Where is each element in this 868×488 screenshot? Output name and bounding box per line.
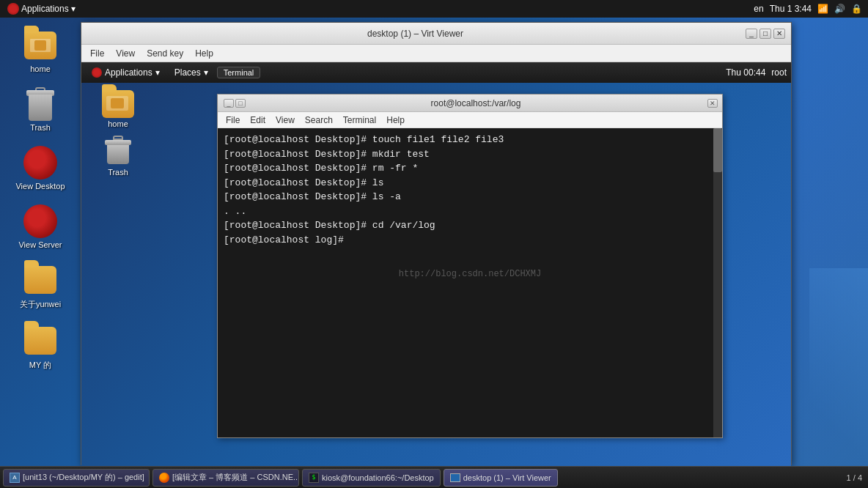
term-line-5: . .. [224, 204, 716, 219]
gnome-places-label: Places [174, 67, 201, 78]
monitor-taskbar-icon [450, 473, 460, 482]
system-lang: en [754, 4, 763, 14]
desktop-icon-view-server[interactable]: View Server [7, 201, 73, 252]
taskbar-item-firefox[interactable]: [编辑文章 – 博客频道 – CSDN.NE... [152, 469, 299, 487]
term-line-7: [root@localhost log]# [224, 233, 716, 248]
gnome-apps-button[interactable]: Applications ▾ [86, 66, 166, 79]
term-menu-help[interactable]: Help [381, 114, 410, 126]
desktop-icon-trash-label: Trash [30, 123, 51, 132]
virt-menu-sendkey[interactable]: Send key [141, 47, 189, 60]
taskbar-firefox-label: [编辑文章 – 博客频道 – CSDN.NE... [172, 472, 299, 483]
trash-body [29, 95, 52, 121]
system-bar-left: Applications ▾ [0, 1, 80, 16]
terminal-content[interactable]: [root@localhost Desktop]# touch file1 fi… [218, 128, 722, 437]
gnome-places-button[interactable]: Places ▾ [169, 66, 214, 79]
redhat-icon [7, 3, 19, 15]
virt-viewer-window: desktop (1) – Virt Viewer _ □ ✕ File Vie… [81, 22, 792, 465]
taskbar-virtviewer-label: desktop (1) – Virt Viewer [463, 473, 551, 482]
firefox-icon [159, 473, 169, 483]
terminal-minimize-button[interactable]: _ [224, 99, 234, 108]
chevron-down-icon: ▾ [71, 4, 76, 14]
yunwei-folder-icon [23, 262, 58, 297]
terminal-titlebar: _ □ root@localhost:/var/log ✕ [218, 95, 722, 112]
gnome-terminal-label: Terminal [224, 68, 254, 77]
virt-menu-help[interactable]: Help [189, 47, 219, 60]
virt-maximize-button[interactable]: □ [760, 29, 771, 39]
term-menu-file[interactable]: File [221, 114, 245, 126]
view-desktop-icon [23, 145, 58, 180]
system-bar-right: en Thu 1 3:44 📶 🔊 🔒 [754, 4, 868, 14]
trash-icon [23, 86, 58, 122]
desktop-icon-view-desktop[interactable]: View Desktop [7, 142, 73, 193]
virt-menu-file[interactable]: File [84, 47, 110, 60]
virt-menubar: File View Send key Help [81, 45, 791, 62]
term-line-3: [root@localhost Desktop]# ls [224, 176, 716, 191]
system-bar: Applications ▾ en Thu 1 3:44 📶 🔊 🔒 [0, 0, 868, 18]
virt-desktop-icon-area: home Trash [81, 83, 213, 184]
virt-menu-view[interactable]: View [110, 47, 141, 60]
desktop: Applications ▾ en Thu 1 3:44 📶 🔊 🔒 [0, 0, 868, 488]
virt-minimize-button[interactable]: _ [746, 29, 757, 39]
gnome-panel: Applications ▾ Places ▾ Terminal Thu 00:… [81, 62, 791, 83]
virt-home-label: home [108, 119, 128, 128]
taskbar-item-virtviewer[interactable]: desktop (1) – Virt Viewer [444, 469, 558, 487]
system-time: Thu 1 3:44 [770, 4, 812, 14]
terminal-title: root@localhost:/var/log [246, 98, 706, 108]
taskbar-item-gedit[interactable]: A [unit13 (~/Desktop/MY 的) – gedit] [3, 469, 150, 487]
home-folder-icon [23, 28, 58, 63]
term-line-0: [root@localhost Desktop]# touch file1 fi… [224, 133, 716, 147]
gnome-apps-label: Applications [105, 67, 152, 78]
term-menu-search[interactable]: Search [300, 114, 338, 126]
virt-home-icon[interactable]: home [89, 90, 147, 128]
term-line-4: [root@localhost Desktop]# ls -a [224, 190, 716, 204]
virt-window-title: desktop (1) – Virt Viewer [87, 29, 743, 39]
lock-icon: 🔒 [851, 4, 862, 14]
desktop-icon-my[interactable]: MY 的 [7, 320, 73, 374]
system-apps-label: Applications [21, 4, 69, 14]
chevron-icon: ▾ [155, 67, 160, 78]
taskbar: A [unit13 (~/Desktop/MY 的) – gedit] [编辑文… [0, 466, 868, 488]
desktop-icon-trash[interactable]: Trash [7, 84, 73, 135]
desktop-sidebar: home Trash View Desktop [0, 18, 81, 466]
term-line-6: [root@localhost Desktop]# cd /var/log [224, 218, 716, 233]
gnome-time: Thu 00:44 [726, 67, 765, 78]
terminal-window: _ □ root@localhost:/var/log ✕ File Edit … [217, 94, 723, 438]
virt-trash-icon[interactable]: Trash [89, 136, 147, 177]
terminal-close-button[interactable]: ✕ [707, 99, 718, 108]
virt-trash-label: Trash [108, 168, 128, 177]
gnome-terminal-button[interactable]: Terminal [217, 67, 261, 78]
taskbar-item-terminal[interactable]: $ kiosk@foundation66:~/Desktop [302, 469, 441, 487]
taskbar-gedit-label: [unit13 (~/Desktop/MY 的) – gedit] [23, 472, 144, 483]
gedit-icon: A [10, 473, 20, 483]
taskbar-page-info: 1 / 4 [847, 473, 862, 482]
my-folder-icon [23, 323, 58, 358]
desktop-icon-yunwei[interactable]: 关于yunwei [7, 259, 73, 313]
virt-desktop-area: home Trash _ □ root@loc [81, 83, 791, 466]
desktop-icon-my-label: MY 的 [29, 360, 51, 371]
virt-close-button[interactable]: ✕ [773, 29, 785, 39]
desktop-icon-view-desktop-label: View Desktop [15, 182, 65, 191]
redhat-desktop-icon [23, 146, 57, 180]
desktop-icon-view-server-label: View Server [18, 240, 62, 249]
term-menu-edit[interactable]: Edit [245, 114, 271, 126]
terminal-restore-button[interactable]: □ [235, 99, 246, 108]
term-menu-view[interactable]: View [271, 114, 300, 126]
virt-titlebar: desktop (1) – Virt Viewer _ □ ✕ [81, 23, 791, 45]
terminal-menubar: File Edit View Search Terminal Help [218, 112, 722, 128]
chevron-places-icon: ▾ [204, 67, 208, 78]
corner-decoration-2 [809, 268, 868, 488]
terminal-scrollbar[interactable] [713, 128, 722, 437]
term-line-1: [root@localhost Desktop]# mkdir test [224, 147, 716, 162]
gnome-redhat-icon [92, 67, 102, 78]
view-server-icon [23, 204, 58, 239]
wifi-icon: 📶 [817, 4, 828, 14]
term-line-2: [root@localhost Desktop]# rm -fr * [224, 161, 716, 176]
desktop-icon-home[interactable]: home [7, 25, 73, 76]
system-apps-button[interactable]: Applications ▾ [3, 1, 80, 16]
term-menu-terminal[interactable]: Terminal [338, 114, 381, 126]
terminal-watermark: http://blog.csdn.net/DCHXMJ [224, 269, 716, 279]
taskbar-terminal-label: kiosk@foundation66:~/Desktop [322, 473, 434, 482]
gnome-user: root [771, 67, 787, 78]
gnome-panel-right: Thu 00:44 root [726, 67, 787, 78]
taskbar-right: 1 / 4 [847, 473, 868, 482]
